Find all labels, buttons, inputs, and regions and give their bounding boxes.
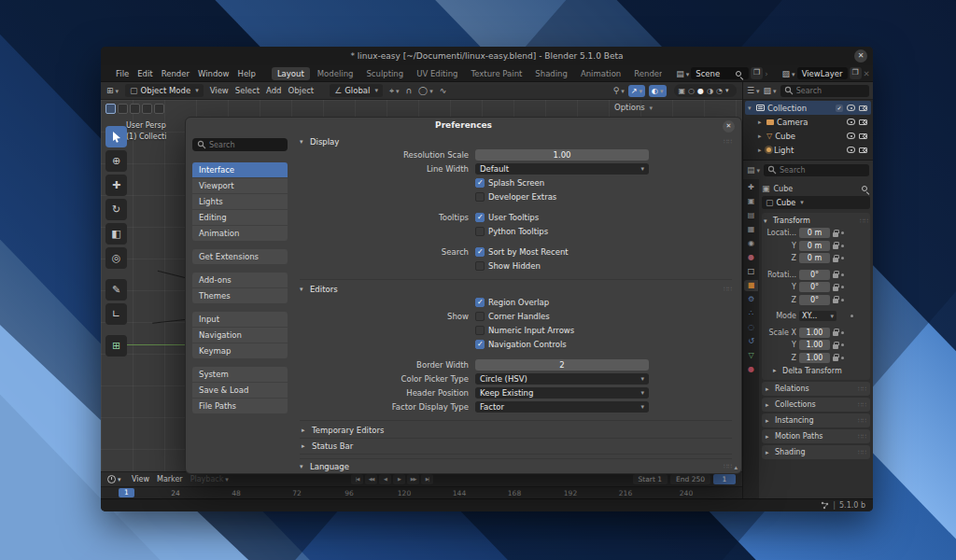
tab-sculpting[interactable]: Sculpting xyxy=(360,67,409,80)
lock-icon[interactable] xyxy=(833,258,838,262)
line-width-dropdown[interactable]: Default ▾ xyxy=(475,163,649,175)
eye-icon[interactable] xyxy=(847,105,855,111)
menu-edit[interactable]: Edit xyxy=(137,69,152,78)
outliner-row-cube[interactable]: ▸ ▽ Cube xyxy=(745,129,871,143)
measure-tool-button[interactable]: ∟ xyxy=(105,303,127,325)
tab-animation[interactable]: Animation xyxy=(575,67,626,80)
xray-icon[interactable]: ◐ xyxy=(649,85,667,97)
play-reverse-button[interactable]: ◀ xyxy=(379,474,391,484)
lock-icon[interactable] xyxy=(833,299,838,303)
properties-search-input[interactable] xyxy=(780,166,865,175)
splash-screen-checkbox[interactable] xyxy=(475,178,485,188)
lock-icon[interactable] xyxy=(833,287,838,291)
tab-uv-editing[interactable]: UV Editing xyxy=(411,67,463,80)
rotation-x-field[interactable]: 0° xyxy=(799,270,830,280)
paint-select-icon[interactable] xyxy=(154,104,164,114)
animate-dot[interactable] xyxy=(841,273,844,276)
nav-file-paths[interactable]: File Paths xyxy=(192,399,288,413)
scale-y-field[interactable]: 1.00 xyxy=(799,340,830,350)
render-visibility-icon[interactable] xyxy=(859,119,867,125)
pin-icon[interactable] xyxy=(862,186,867,191)
location-x-field[interactable]: 0 m xyxy=(799,228,830,238)
playhead[interactable]: 1 xyxy=(119,488,134,497)
properties-editor-type-icon[interactable]: ▤ xyxy=(747,165,760,175)
viewlayer-remove-icon[interactable]: ✕ xyxy=(864,69,870,78)
nav-themes[interactable]: Themes xyxy=(192,288,288,303)
color-picker-type-dropdown[interactable]: Circle (HSV) ▾ xyxy=(475,373,649,385)
outliner-row-collection[interactable]: ▾ Collection ✓ xyxy=(745,101,871,115)
lock-icon[interactable] xyxy=(833,232,838,237)
nav-save-load[interactable]: Save & Load xyxy=(192,383,288,398)
solid-shading-icon[interactable]: ● xyxy=(697,87,704,95)
grip-icon[interactable]: ∷∷ xyxy=(858,401,866,409)
select-tool-button[interactable] xyxy=(105,126,127,147)
animate-dot[interactable] xyxy=(841,257,844,259)
new-viewlayer-icon[interactable]: ❐ xyxy=(850,67,862,79)
shading-panel-header[interactable]: ▸ Shading ∷∷ xyxy=(762,445,870,459)
eye-icon[interactable] xyxy=(847,119,855,125)
timeline-ruler[interactable]: 1 24 48 72 96 120 144 168 192 216 240 xyxy=(101,486,742,498)
delta-transform-header[interactable]: ▸ Delta Transform xyxy=(764,364,868,377)
instancing-panel-header[interactable]: ▸ Instancing ∷∷ xyxy=(762,413,870,427)
nav-editing[interactable]: Editing xyxy=(192,210,288,225)
move-tool-button[interactable]: ✚ xyxy=(105,175,127,196)
snap-target-icon[interactable]: ⌖ xyxy=(389,86,400,96)
jump-end-button[interactable]: ▶| xyxy=(421,474,433,484)
output-tab-icon[interactable]: ▤ xyxy=(744,210,758,221)
mode-dropdown[interactable]: ▢ Object Mode xyxy=(125,84,204,97)
eye-icon[interactable] xyxy=(847,133,855,139)
preferences-search[interactable] xyxy=(192,138,288,151)
start-frame-field[interactable]: Start 1 xyxy=(633,474,668,484)
animate-dot[interactable] xyxy=(841,286,844,288)
dialog-titlebar[interactable]: Preferences ✕ xyxy=(186,118,741,133)
jump-start-button[interactable]: |◀ xyxy=(351,474,363,484)
material-shading-icon[interactable]: ◑ xyxy=(707,87,713,95)
lock-icon[interactable] xyxy=(833,273,838,278)
viewlayer-name-field[interactable]: ViewLayer xyxy=(797,67,848,79)
outliner-search-input[interactable] xyxy=(796,87,865,95)
location-z-field[interactable]: 0 m xyxy=(799,253,830,263)
animate-dot[interactable] xyxy=(851,315,853,317)
transform-panel-header[interactable]: ▾ Transform ∷∷ xyxy=(764,215,868,227)
expand-icon[interactable]: ▸ xyxy=(758,147,764,154)
wireframe-shading-icon[interactable]: ○ xyxy=(688,87,695,95)
dialog-close-icon[interactable]: ✕ xyxy=(723,120,735,133)
outliner-row-light[interactable]: ▸ Light xyxy=(745,143,871,157)
timeline-menu-marker[interactable]: Marker xyxy=(157,475,183,483)
animate-dot[interactable] xyxy=(841,231,844,234)
border-width-field[interactable]: 2 xyxy=(475,359,649,371)
preferences-search-input[interactable] xyxy=(209,141,283,149)
region-overlap-checkbox[interactable] xyxy=(475,298,485,307)
scene-name-field[interactable]: Scene xyxy=(691,67,749,79)
rotation-z-field[interactable]: 0° xyxy=(799,295,830,305)
scale-z-field[interactable]: 1.00 xyxy=(799,353,830,363)
render-visibility-icon[interactable] xyxy=(859,133,867,139)
particles-tab-icon[interactable]: ∴ xyxy=(744,308,758,319)
nav-viewport[interactable]: Viewport xyxy=(192,178,288,193)
outliner-display-mode-icon[interactable]: ☰ xyxy=(747,86,760,95)
grip-icon[interactable]: ∷∷ xyxy=(858,433,866,441)
lasso-select-icon[interactable] xyxy=(142,104,152,114)
window-close-icon[interactable]: ✕ xyxy=(854,49,867,63)
properties-search[interactable] xyxy=(764,164,869,176)
menu-add[interactable]: Add xyxy=(266,86,281,95)
end-frame-field[interactable]: End 250 xyxy=(670,474,710,484)
grip-icon[interactable]: ∷∷ xyxy=(724,286,732,293)
lock-icon[interactable] xyxy=(833,245,838,249)
animate-dot[interactable] xyxy=(841,331,844,334)
editor-type-icon[interactable]: ⊞ xyxy=(106,86,119,95)
menu-view[interactable]: View xyxy=(210,86,229,95)
nav-animation[interactable]: Animation xyxy=(192,226,288,241)
factor-display-type-dropdown[interactable]: Factor ▾ xyxy=(475,401,649,413)
scroll-up-icon[interactable]: ▴ xyxy=(734,464,738,471)
nav-navigation[interactable]: Navigation xyxy=(192,328,288,343)
object-tab-icon[interactable]: ■ xyxy=(744,280,758,291)
grip-icon[interactable]: ∷∷ xyxy=(858,385,866,393)
animate-dot[interactable] xyxy=(841,299,844,301)
options-dropdown[interactable]: Options xyxy=(614,103,653,112)
gizmo-icon[interactable]: ⚲ xyxy=(613,86,625,95)
prev-keyframe-button[interactable]: ◀◀ xyxy=(365,474,377,484)
annotate-tool-button[interactable]: ✎ xyxy=(105,279,127,301)
grip-icon[interactable]: ∷∷ xyxy=(860,217,868,225)
render-visibility-icon[interactable] xyxy=(859,147,867,153)
